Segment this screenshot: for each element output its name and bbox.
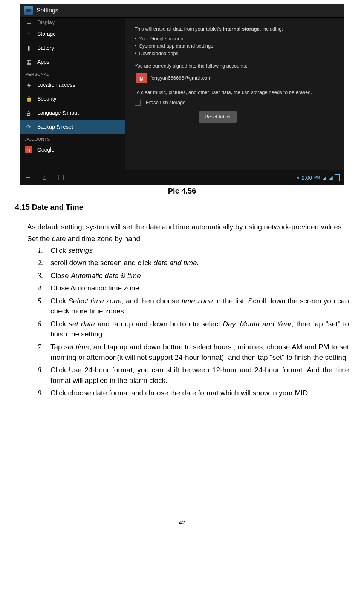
- settings-sidebar: ▭ Display ≡ Storage ▮ Battery ▦ Apps PER…: [20, 18, 125, 170]
- battery-status-icon: [335, 174, 340, 181]
- language-icon: A̲: [25, 109, 32, 116]
- erase-bullets: Your Google account System and app data …: [135, 35, 335, 57]
- step-item: 3.Close Automatic date & time: [38, 270, 349, 281]
- navigation-bar: ← ⌂ ☐ ● 2:06 PM ◢ ◢: [20, 170, 344, 185]
- back-button[interactable]: ←: [24, 174, 31, 182]
- step-item: 2.scroll down the screen and click date …: [38, 258, 349, 268]
- erase-usb-checkbox-row[interactable]: Erase usb storage: [135, 96, 335, 109]
- accounts-line: You are currently signed into the follow…: [135, 62, 335, 70]
- clock-time: 2:06: [302, 175, 312, 181]
- list-intro: Set the date and time zone by hand: [27, 235, 349, 243]
- apps-icon: ▦: [25, 58, 32, 65]
- sidebar-section-personal: PERSONAL: [20, 69, 125, 78]
- sidebar-item-label: Security: [37, 96, 57, 102]
- sidebar-item-label: Storage: [37, 31, 56, 37]
- step-item: 7.Tap set time, and tap up and down butt…: [38, 342, 349, 363]
- sidebar-item-label: Google: [37, 147, 54, 153]
- sidebar-item-location[interactable]: ◈ Location access: [20, 78, 125, 92]
- step-item: 5.Click Select time zone, and then choos…: [38, 296, 349, 316]
- google-icon: g: [25, 146, 32, 153]
- sidebar-item-label: Apps: [37, 59, 49, 65]
- display-icon: ▭: [25, 19, 32, 26]
- settings-app-icon: [24, 6, 33, 15]
- step-item: 8.Click Use 24-hour format, you can shif…: [38, 365, 349, 386]
- sidebar-item-language[interactable]: A̲ Language & input: [20, 106, 125, 120]
- figure-caption: Pic 4.56: [15, 187, 349, 195]
- google-account-icon: g: [136, 73, 147, 83]
- page-number: 42: [15, 519, 349, 525]
- sidebar-item-google[interactable]: g Google: [20, 143, 125, 157]
- wifi-icon: ◢: [322, 175, 326, 181]
- sidebar-item-apps[interactable]: ▦ Apps: [20, 55, 125, 69]
- sidebar-item-label: Backup & reset: [37, 124, 73, 130]
- sidebar-item-display[interactable]: ▭ Display: [20, 18, 125, 27]
- backup-icon: ⟳: [25, 123, 32, 130]
- recent-button[interactable]: ☐: [58, 174, 64, 182]
- sidebar-item-label: Location access: [37, 82, 75, 88]
- status-dot: ●: [297, 175, 300, 180]
- sidebar-item-label: Battery: [37, 45, 54, 51]
- content-panel: This will erase all data from your table…: [125, 18, 344, 170]
- reset-tablet-button[interactable]: Reset tablet: [199, 111, 237, 123]
- sidebar-item-storage[interactable]: ≡ Storage: [20, 27, 125, 41]
- clock-ampm: PM: [314, 175, 320, 180]
- step-item: 6.Click set date and tap up and down but…: [38, 319, 349, 339]
- steps-list: 1.Click settings2.scroll down the screen…: [38, 245, 349, 398]
- android-screenshot: Settings ▭ Display ≡ Storage ▮ Battery ▦…: [20, 4, 344, 185]
- sidebar-item-label: Language & input: [37, 110, 79, 116]
- storage-icon: ≡: [25, 31, 32, 37]
- erase-warning: This will erase all data from your table…: [135, 25, 335, 33]
- home-button[interactable]: ⌂: [43, 174, 47, 182]
- checkbox-icon[interactable]: [135, 100, 141, 106]
- checkbox-label: Erase usb storage: [146, 99, 186, 106]
- clear-text: To clear music, pictures, and other user…: [135, 89, 335, 96]
- sidebar-item-label: Display: [37, 19, 55, 25]
- intro-paragraph: As default setting, system will set the …: [15, 222, 349, 232]
- battery-icon: ▮: [25, 45, 32, 51]
- step-item: 9.Click choose date format and choose th…: [38, 388, 349, 398]
- location-icon: ◈: [25, 81, 32, 88]
- step-item: 4.Close Automatioc time zone: [38, 283, 349, 293]
- settings-header: Settings: [20, 4, 344, 18]
- account-email: fengyun666666@gmail.com: [150, 74, 211, 82]
- signal-icon: ◢: [329, 175, 333, 181]
- sidebar-item-backup-reset[interactable]: ⟳ Backup & reset: [20, 120, 125, 134]
- lock-icon: 🔒: [25, 95, 32, 102]
- sidebar-item-security[interactable]: 🔒 Security: [20, 92, 125, 106]
- header-title: Settings: [37, 7, 58, 14]
- sidebar-section-accounts: ACCOUNTS: [20, 134, 125, 143]
- account-row: g fengyun666666@gmail.com: [135, 70, 335, 89]
- step-item: 1.Click settings: [38, 245, 349, 256]
- sidebar-item-battery[interactable]: ▮ Battery: [20, 41, 125, 55]
- section-heading: 4.15 Date and Time: [15, 203, 349, 212]
